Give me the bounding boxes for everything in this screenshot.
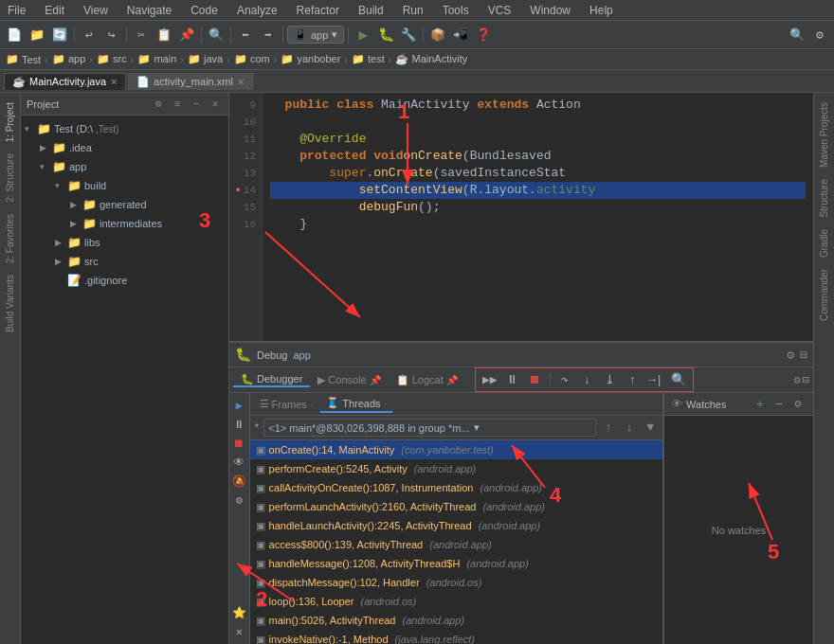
cut-btn[interactable]: ✂ (131, 25, 152, 45)
menu-window[interactable]: Window (526, 2, 574, 19)
search-everywhere-btn[interactable]: 🔍 (787, 25, 807, 45)
tree-item-intermediates[interactable]: ▶ 📁 intermediates (21, 214, 228, 233)
menu-navigate[interactable]: Navigate (123, 2, 175, 19)
tab-debugger[interactable]: 🐛 Debugger (233, 373, 310, 387)
down-filter-btn[interactable]: ↓ (621, 420, 638, 437)
tab-mainactivity[interactable]: ☕ MainActivity.java ✕ (4, 73, 126, 90)
pause-side-btn[interactable]: ⏸ (230, 416, 247, 433)
avd-manager-btn[interactable]: 📲 (450, 25, 471, 45)
pin-logcat-icon[interactable]: 📌 (446, 375, 458, 385)
stop-btn[interactable]: ⏹ (525, 370, 546, 389)
pause-btn[interactable]: ⏸ (502, 370, 523, 389)
pin-threads-icon[interactable]: - (384, 398, 387, 408)
frame-item-9[interactable]: ▣ main():5026, ActivityThread (android.a… (250, 611, 662, 630)
stop-side-btn[interactable]: ⏹ (230, 435, 247, 452)
view-side-btn[interactable]: 👁 (230, 454, 247, 471)
breadcrumb-main[interactable]: 📁 main (137, 53, 176, 65)
redo-btn[interactable]: ↪ (101, 25, 122, 45)
app-selector[interactable]: 📱 app ▾ (287, 26, 344, 44)
watches-settings-btn[interactable]: ⚙ (790, 397, 806, 412)
menu-refactor[interactable]: Refactor (293, 2, 343, 19)
evaluate-btn[interactable]: 🔍 (668, 370, 689, 389)
code-editor[interactable]: public class MainActivity extends Action… (263, 93, 813, 341)
tab-logcat[interactable]: 📋 Logcat 📌 (389, 374, 465, 386)
thread-dropdown[interactable]: <1> main*@830,026,398,888 in group *m...… (263, 419, 596, 437)
tree-item-build[interactable]: ▾ 📁 build (21, 176, 228, 195)
tree-item-app[interactable]: ▾ 📁 app (21, 157, 228, 176)
breadcrumb-yanbober[interactable]: 📁 yanbober (281, 53, 340, 65)
back-btn[interactable]: ⬅ (235, 25, 256, 45)
close-tab-btn[interactable]: ✕ (237, 77, 245, 87)
menu-view[interactable]: View (80, 2, 112, 19)
close-tab-btn[interactable]: ✕ (110, 77, 118, 87)
frame-item-1[interactable]: ▣ performCreate():5245, Activity (androi… (250, 459, 662, 478)
menu-build[interactable]: Build (354, 2, 388, 19)
step-over-btn[interactable]: ↷ (554, 370, 575, 389)
breadcrumb-mainactivity[interactable]: ☕ MainActivity (395, 53, 467, 65)
favorites-side-btn[interactable]: ⭐ (230, 604, 247, 621)
frame-item-6[interactable]: ▣ handleMessage():1208, ActivityThread$H… (250, 554, 662, 573)
frame-item-0[interactable]: ▣ onCreate():14, MainActivity (com.yanbo… (250, 440, 662, 459)
undo-btn[interactable]: ↩ (79, 25, 100, 45)
frame-item-10[interactable]: ▣ invokeNative():-1, Method (java.lang.r… (250, 630, 662, 644)
settings-btn[interactable]: ⚙ (809, 25, 830, 45)
resume-btn[interactable]: ▶▶ (480, 370, 500, 389)
project-collapse-btn[interactable]: − (189, 97, 204, 112)
forward-btn[interactable]: ➡ (258, 25, 279, 45)
frame-item-4[interactable]: ▣ handleLaunchActivity():2245, ActivityT… (250, 516, 662, 535)
project-close-btn[interactable]: ✕ (208, 97, 223, 112)
frame-item-2[interactable]: ▣ callActivityOnCreate():1087, Instrumen… (250, 478, 662, 497)
maven-projects-panel[interactable]: Maven Projects (816, 97, 832, 173)
menu-edit[interactable]: Edit (41, 2, 68, 19)
pin-btn[interactable]: ⊟ (803, 373, 809, 387)
sync-btn[interactable]: 🔄 (49, 25, 70, 45)
open-btn[interactable]: 📁 (27, 25, 47, 45)
tree-item-test[interactable]: ▾ 📁 Test (D:\ ,Test) (21, 119, 228, 138)
restore-btn[interactable]: ⚙ (794, 373, 801, 387)
sdk-manager-btn[interactable]: 📦 (427, 25, 448, 45)
sidebar-buildvariants-tab[interactable]: Build Variants (3, 269, 17, 338)
structure-panel[interactable]: Structure (816, 173, 832, 224)
breakpoint-icon[interactable]: ● (235, 182, 240, 199)
attach-btn[interactable]: 🔧 (398, 25, 419, 45)
pin-frames-icon[interactable]: - (310, 399, 313, 409)
frame-item-5[interactable]: ▣ access$800():139, ActivityThread (andr… (250, 535, 662, 554)
menu-file[interactable]: File (4, 2, 29, 19)
breadcrumb-test[interactable]: 📁 Test (6, 53, 41, 65)
run-btn[interactable]: ▶ (353, 25, 373, 45)
menu-analyze[interactable]: Analyze (233, 2, 281, 19)
run-to-cursor-btn[interactable]: →| (645, 370, 666, 389)
frame-item-3[interactable]: ▣ performLaunchActivity():2160, Activity… (250, 497, 662, 516)
menu-vcs[interactable]: VCS (484, 2, 516, 19)
add-watch-btn[interactable]: + (752, 397, 768, 412)
frame-item-8[interactable]: ▣ loop():136, Looper (android.os) (250, 592, 662, 611)
breadcrumb-java[interactable]: 📁 java (188, 53, 223, 65)
up-filter-btn[interactable]: ↑ (600, 420, 617, 437)
find-btn[interactable]: 🔍 (206, 25, 227, 45)
help-btn[interactable]: ❓ (473, 25, 494, 45)
menu-tools[interactable]: Tools (439, 2, 473, 19)
tree-item-src[interactable]: ▶ 📁 src (21, 252, 228, 271)
breadcrumb-src[interactable]: 📁 src (97, 53, 127, 65)
project-gear-btn[interactable]: ⚙ (151, 97, 166, 112)
menu-help[interactable]: Help (586, 2, 617, 19)
tree-item-gitignore[interactable]: ▶ 📝 .gitignore (21, 271, 228, 290)
tab-console[interactable]: ▶ Console 📌 (310, 374, 388, 386)
restore-layout-btn[interactable]: ⊟ (800, 348, 807, 363)
gradle-panel[interactable]: Gradle (816, 224, 832, 263)
debug-btn[interactable]: 🐛 (375, 25, 396, 45)
frame-item-7[interactable]: ▣ dispatchMessage():102, Handler (androi… (250, 573, 662, 592)
force-step-into-btn[interactable]: ⤓ (600, 370, 621, 389)
breadcrumb-testpkg[interactable]: 📁 test (352, 53, 385, 65)
new-file-btn[interactable]: 📄 (4, 25, 25, 45)
paste-btn[interactable]: 📌 (176, 25, 197, 45)
tree-item-libs[interactable]: ▶ 📁 libs (21, 233, 228, 252)
step-out-btn[interactable]: ↑ (623, 370, 644, 389)
settings-side-btn[interactable]: ⚙ (230, 492, 247, 509)
menu-run[interactable]: Run (399, 2, 427, 19)
sidebar-project-tab[interactable]: 1: Project (3, 97, 17, 148)
tree-item-idea[interactable]: ▶ 📁 .idea (21, 138, 228, 157)
breadcrumb-app[interactable]: 📁 app (52, 53, 85, 65)
project-sync-btn[interactable]: ≡ (170, 97, 185, 112)
commander-panel[interactable]: Commander (816, 263, 832, 327)
